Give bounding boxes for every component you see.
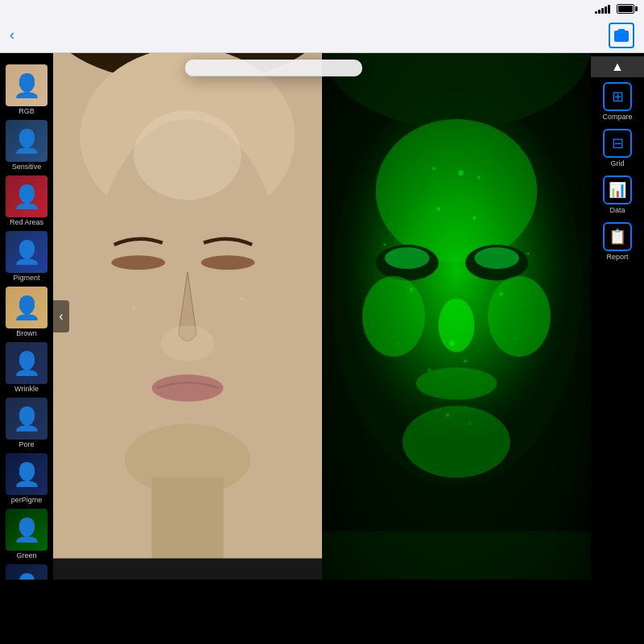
sidebar-thumb-wrinkle[interactable]: 👤 Wrinkle: [3, 341, 50, 394]
svg-point-36: [427, 369, 431, 372]
svg-point-16: [161, 325, 215, 361]
svg-point-23: [385, 247, 430, 269]
export-dropdown: [185, 60, 362, 76]
svg-rect-9: [53, 559, 322, 580]
thumb-label-pore: Pore: [19, 440, 34, 448]
svg-point-34: [449, 341, 455, 346]
thumb-img-acne: 👤: [6, 564, 47, 580]
thumb-img-green: 👤: [6, 509, 47, 551]
svg-point-29: [402, 406, 510, 477]
svg-point-37: [396, 341, 399, 345]
sidebar-thumb-red[interactable]: 👤 Red Areas: [3, 174, 50, 228]
face-icon-acne: 👤: [6, 564, 47, 580]
dropdown-header: [185, 60, 362, 76]
sidebar-thumb-perpigment[interactable]: 👤 perPigme: [3, 452, 50, 506]
camera-icon[interactable]: [609, 23, 634, 48]
toolbar-label-compare: Compare: [602, 113, 632, 121]
svg-point-40: [432, 167, 436, 170]
svg-point-35: [464, 359, 467, 362]
right-toolbar: ▲ ⊞ Compare ⊟ Grid 📊 Data 📋 Report: [591, 53, 644, 580]
face-icon-pore: 👤: [6, 398, 47, 440]
face-icon-red: 👤: [6, 175, 47, 217]
svg-point-38: [513, 337, 516, 341]
svg-point-39: [458, 171, 464, 176]
left-sidebar: 👤 RGB 👤 Sensitive 👤 Red Areas 👤 Pigment …: [0, 53, 53, 580]
thumb-img-perpigment: 👤: [6, 453, 47, 495]
thumb-label-brown: Brown: [16, 329, 37, 337]
sidebar-thumb-brown[interactable]: 👤 Brown: [3, 285, 50, 339]
thumb-label-green: Green: [16, 551, 36, 559]
main-content: 👤 RGB 👤 Sensitive 👤 Red Areas 👤 Pigment …: [0, 53, 644, 644]
svg-point-6: [151, 374, 223, 401]
svg-point-26: [362, 276, 425, 357]
face-icon-pigment: 👤: [6, 231, 47, 273]
svg-point-41: [477, 175, 481, 179]
toolbar-item-data[interactable]: 📊 Data: [593, 172, 642, 217]
sidebar-thumb-acne[interactable]: 👤 Acne: [3, 563, 50, 580]
svg-point-43: [383, 243, 386, 246]
face-icon-perpigment: 👤: [6, 453, 47, 495]
thumb-label-red: Red Areas: [10, 218, 43, 226]
svg-point-15: [134, 110, 242, 200]
toolbar-label-report: Report: [606, 253, 628, 261]
thumb-img-pigment: 👤: [6, 231, 47, 273]
svg-point-4: [111, 255, 165, 270]
toolbar-label-data: Data: [609, 206, 625, 214]
toolbar-label-grid: Grid: [610, 159, 624, 167]
toolbar-icon-data: 📊: [603, 175, 632, 204]
green-thermal-photo: [322, 53, 591, 580]
svg-point-31: [473, 216, 476, 219]
svg-point-25: [439, 299, 475, 353]
battery-icon: [617, 4, 634, 14]
svg-point-45: [446, 413, 449, 416]
face-icon-sensitive: 👤: [6, 120, 47, 162]
sidebar-thumb-pore[interactable]: 👤 Pore: [3, 396, 50, 450]
toolbar-icon-compare: ⊞: [603, 82, 632, 111]
thumb-img-pore: 👤: [6, 398, 47, 440]
svg-point-32: [410, 287, 413, 291]
face-icon-wrinkle: 👤: [6, 342, 47, 384]
svg-rect-42: [322, 531, 591, 580]
nav-bar: ‹: [0, 18, 644, 53]
svg-point-27: [488, 276, 551, 357]
thumb-img-sensitive: 👤: [6, 120, 47, 162]
svg-point-20: [376, 119, 537, 262]
svg-point-46: [469, 423, 471, 425]
image-viewer: 👤 RGB 👤 Sensitive 👤 Red Areas 👤 Pigment …: [0, 53, 644, 580]
thumb-label-sensitive: Sensitive: [12, 163, 42, 171]
toolbar-item-compare[interactable]: ⊞ Compare: [593, 79, 642, 124]
svg-point-44: [526, 252, 529, 254]
scroll-up-button[interactable]: ▲: [591, 56, 644, 77]
signal-icon: [595, 4, 610, 14]
thumb-label-perpigment: perPigme: [11, 496, 43, 504]
svg-point-14: [240, 297, 243, 300]
back-button[interactable]: ‹: [10, 27, 16, 43]
toolbar-item-grid[interactable]: ⊟ Grid: [593, 126, 642, 171]
sidebar-thumb-sensitive[interactable]: 👤 Sensitive: [3, 118, 50, 172]
thumb-img-red: 👤: [6, 175, 47, 217]
sidebar-thumb-green[interactable]: 👤 Green: [3, 507, 50, 561]
face-icon-rgb: 👤: [6, 64, 47, 106]
thumb-img-wrinkle: 👤: [6, 342, 47, 384]
svg-point-24: [474, 247, 519, 269]
toolbar-icon-report: 📋: [603, 222, 632, 251]
rgb-photo: [53, 53, 322, 580]
toolbar-icon-grid: ⊟: [603, 129, 632, 158]
svg-point-30: [437, 207, 440, 210]
scroll-left-arrow[interactable]: ‹: [53, 300, 69, 332]
thumb-label-rgb: RGB: [19, 107, 35, 115]
status-bar: [0, 0, 644, 18]
chevron-left-icon: ‹: [10, 27, 14, 43]
thumb-label-wrinkle: Wrinkle: [14, 385, 39, 393]
sidebar-thumb-rgb[interactable]: 👤 RGB: [3, 63, 50, 117]
thumb-img-brown: 👤: [6, 287, 47, 328]
svg-point-33: [499, 292, 502, 295]
toolbar-item-report[interactable]: 📋 Report: [593, 219, 642, 264]
face-icon-brown: 👤: [6, 287, 47, 328]
thumb-img-rgb: 👤: [6, 64, 47, 106]
sidebar-thumb-pigment[interactable]: 👤 Pigment: [3, 229, 50, 283]
thumb-label-pigment: Pigment: [13, 274, 39, 282]
status-right: [595, 4, 634, 14]
svg-point-5: [201, 255, 255, 270]
image-area: [53, 53, 591, 580]
